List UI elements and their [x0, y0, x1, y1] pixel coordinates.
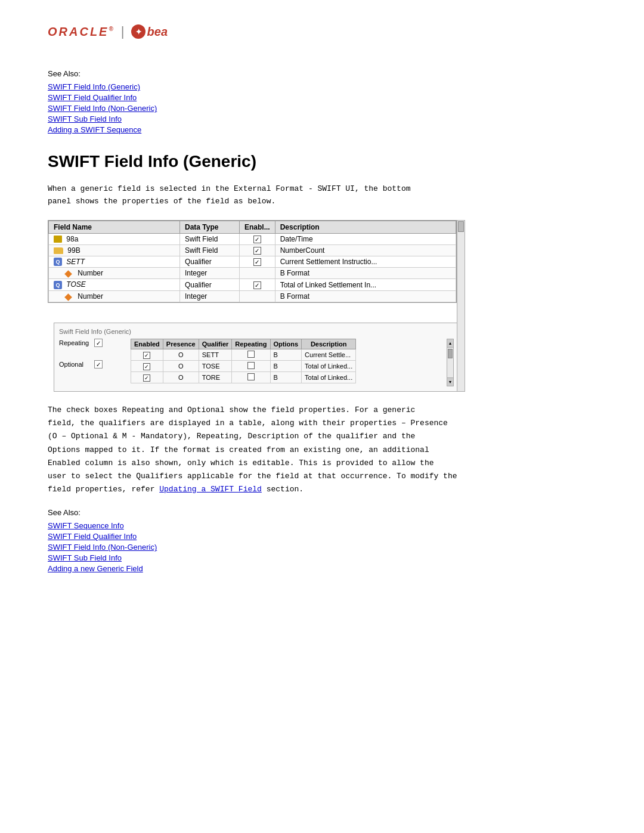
intro-code: External Format - SWIFT UI [234, 184, 355, 193]
svg-text:✦: ✦ [135, 27, 141, 36]
checkbox-repeating[interactable] [247, 362, 255, 369]
field-name-cell: Q SETT [49, 256, 180, 268]
field-name-cell: 99B [49, 244, 180, 256]
main-table-scrollbar[interactable] [457, 220, 465, 392]
presence-cell: O [163, 372, 199, 383]
repeating-cell [232, 349, 270, 361]
code-optional: Optional [187, 405, 224, 414]
inner-table-row: ✓ O TOSE B Total of Linked... [131, 361, 356, 372]
col-description: Description [275, 221, 456, 233]
body-paragraph: The check boxes Repeating and Optional s… [48, 404, 596, 496]
optional-row: Optional [59, 360, 125, 368]
see-also-bottom: See Also: SWIFT Sequence Info SWIFT Fiel… [48, 508, 596, 573]
description-cell: Date/Time [275, 233, 456, 244]
see-also-top-link-5[interactable]: Adding a SWIFT Sequence [48, 125, 596, 134]
updating-link[interactable]: Updating a SWIFT Field [159, 485, 262, 494]
folder-icon [54, 247, 63, 254]
qualifier-cell: TOSE [199, 361, 232, 372]
optional-checkbox[interactable] [94, 360, 103, 368]
col-options: Options [270, 339, 302, 349]
qualifier-icon: Q [54, 258, 62, 266]
field-name-cell: 98a [49, 233, 180, 244]
field-name-cell: Number [49, 268, 180, 279]
checkbox-enabled[interactable]: ✓ [143, 374, 150, 382]
see-also-top-link-3[interactable]: SWIFT Field Info (Non-Generic) [48, 103, 596, 113]
checkbox-repeating[interactable] [247, 373, 255, 380]
scroll-down-arrow[interactable]: ▼ [447, 377, 453, 386]
options-cell: B [270, 349, 302, 361]
see-also-top-links: SWIFT Field Info (Generic) SWIFT Field Q… [48, 82, 596, 134]
field-name-cell: Q TOSE [49, 279, 180, 291]
checkbox-enabled[interactable]: ✓ [143, 352, 150, 359]
table-row: Q TOSE Qualifier ✓ Total of Linked Settl… [49, 279, 456, 291]
code-enabled: Enabled [48, 459, 80, 467]
col-data-type: Data Type [180, 221, 240, 233]
inner-table-wrapper: Enabled Presence Qualifier Repeating Opt… [131, 339, 441, 383]
field-name-cell: Number [49, 291, 180, 302]
see-also-top-label: See Also: [48, 69, 596, 78]
presence-cell: O [163, 361, 199, 372]
see-also-top-link-4[interactable]: SWIFT Sub Field Info [48, 114, 596, 123]
checkbox-enabled[interactable]: ✓ [253, 247, 261, 255]
scroll-up-arrow[interactable]: ▲ [447, 339, 453, 348]
description-cell: Current Settle... [302, 349, 356, 361]
col-presence: Presence [163, 339, 199, 349]
enabled-cell: ✓ [131, 349, 163, 361]
code-description: Description [248, 432, 299, 441]
code-presence: Presence [411, 419, 448, 428]
description-cell: Total of Linked... [302, 372, 356, 383]
inner-table-scrollbar[interactable]: ▲ ▼ [447, 339, 454, 386]
col-field-name: Field Name [49, 221, 180, 233]
enabled-cell: ✓ [240, 279, 275, 291]
see-also-top-link-2[interactable]: SWIFT Field Qualifier Info [48, 92, 596, 102]
inner-table-row: ✓ O TORE B Total of Linked... [131, 372, 356, 383]
code-repeating2: Repeating [197, 432, 239, 441]
see-also-top: See Also: SWIFT Field Info (Generic) SWI… [48, 69, 596, 134]
presence-cell: O [163, 349, 199, 361]
checkbox-repeating[interactable] [247, 351, 255, 358]
options-cell: B [270, 361, 302, 372]
see-also-bottom-link-3[interactable]: SWIFT Field Info (Non-Generic) [48, 542, 596, 552]
qualifier-cell: SETT [199, 349, 232, 361]
inner-left-controls: Repeating Optional [59, 339, 125, 368]
enabled-cell: ✓ [240, 256, 275, 268]
col-repeating: Repeating [232, 339, 270, 349]
repeating-label: Repeating [59, 339, 92, 346]
qualifier-cell: TORE [199, 372, 232, 383]
data-type-cell: Integer [180, 291, 240, 302]
oracle-logo: ORACLE® [48, 25, 115, 39]
checkbox-enabled[interactable]: ✓ [253, 258, 261, 266]
repeating-checkbox[interactable] [94, 339, 103, 347]
inner-table: Enabled Presence Qualifier Repeating Opt… [131, 339, 356, 383]
checkbox-enabled[interactable]: ✓ [253, 281, 261, 289]
see-also-bottom-link-1[interactable]: SWIFT Sequence Info [48, 521, 596, 530]
intro-paragraph: When a generic field is selected in the … [48, 183, 596, 208]
bea-flame-icon: ✦ [131, 24, 146, 39]
inner-panel-title: Swift Field Info (Generic) [59, 328, 454, 335]
data-type-cell: Integer [180, 268, 240, 279]
description-cell: Total of Linked Settlement In... [275, 279, 456, 291]
enabled-cell [240, 291, 275, 302]
repeating-row: Repeating [59, 339, 125, 347]
see-also-bottom-link-2[interactable]: SWIFT Field Qualifier Info [48, 531, 596, 541]
repeating-cell [232, 361, 270, 372]
checkbox-enabled[interactable]: ✓ [253, 236, 261, 243]
see-also-bottom-link-5[interactable]: Adding a new Generic Field [48, 563, 596, 573]
code-repeating: Repeating [122, 405, 164, 414]
col-description: Description [302, 339, 356, 349]
repeating-cell [232, 372, 270, 383]
see-also-top-link-1[interactable]: SWIFT Field Info (Generic) [48, 82, 596, 91]
inner-panel: Swift Field Info (Generic) Repeating Opt… [54, 323, 459, 392]
see-also-bottom-links: SWIFT Sequence Info SWIFT Field Qualifie… [48, 521, 596, 573]
table-row: Q SETT Qualifier ✓ Current Settlement In… [49, 256, 456, 268]
page-title: SWIFT Field Info (Generic) [48, 152, 596, 171]
scrollbar-thumb[interactable] [458, 221, 464, 232]
see-also-bottom-link-4[interactable]: SWIFT Sub Field Info [48, 553, 596, 562]
doc-icon [54, 236, 62, 243]
field-name-text: SETT [66, 258, 85, 266]
scroll-thumb[interactable] [448, 349, 453, 358]
inner-table-row: ✓ O SETT B Current Settle... [131, 349, 356, 361]
data-type-cell: Swift Field [180, 233, 240, 244]
checkbox-enabled[interactable]: ✓ [143, 363, 150, 370]
table-row: 98a Swift Field ✓ Date/Time [49, 233, 456, 244]
